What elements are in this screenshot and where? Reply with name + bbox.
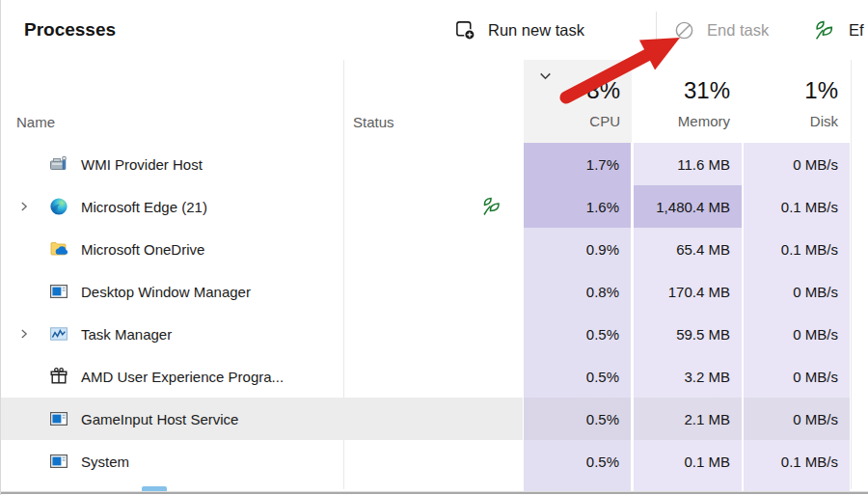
window-icon [49,282,68,301]
end-task-label: End task [707,21,769,40]
cpu-value-cell[interactable]: 0.5% [524,440,631,482]
table-header: Name Status 8% CPU 31% Memory 1% Disk [1,60,868,143]
column-header-status[interactable]: Status [353,114,394,130]
cpu-column-label: CPU [589,113,620,129]
cpu-value-cell[interactable]: 0.9% [524,228,631,270]
table-row[interactable]: System 0.5% 0.1 MB 0.1 MB/s [1,440,868,482]
memory-value-cell[interactable]: 3.2 MB [634,355,742,398]
column-header-cpu[interactable]: 8% CPU [524,60,632,143]
process-name-cell[interactable]: System [1,440,523,482]
table-row[interactable]: Microsoft Edge (21) 1.6% 1,480.4 MB 0.1 … [1,185,868,228]
memory-value-cell[interactable]: 2.1 MB [634,398,742,440]
disk-value-cell[interactable]: 0 MB/s [744,143,850,185]
memory-value-cell[interactable]: 59.5 MB [634,313,742,355]
efficiency-mode-label: Ef [849,21,864,40]
memory-value-cell[interactable]: 11.6 MB [634,143,742,185]
cpu-total-percent: 8% [586,77,620,104]
memory-total-percent: 31% [684,77,730,104]
toolbar-divider [656,12,657,48]
cpu-value-cell[interactable]: 0.5% [524,398,631,440]
process-name: WMI Provider Host [81,156,203,173]
memory-value-cell[interactable]: 170.4 MB [634,270,742,313]
process-name-cell[interactable]: Microsoft Edge (21) [1,185,523,228]
process-name-cell[interactable]: Task Manager [1,313,523,355]
process-name-cell[interactable]: Microsoft OneDrive [1,228,523,270]
end-task-button[interactable]: End task [673,0,769,60]
window-icon [49,409,68,428]
new-task-icon [454,19,476,41]
efficiency-leaf-icon [480,195,504,218]
disk-value-cell[interactable]: 0 MB/s [744,270,850,313]
onedrive-icon [49,239,68,259]
process-name-cell[interactable]: AMD User Experience Progra... [1,355,523,398]
column-header-name[interactable]: Name [16,114,55,130]
run-new-task-label: Run new task [488,21,584,40]
disk-value-cell[interactable]: 0 MB/s [744,398,850,440]
column-header-disk[interactable]: 1% Disk [744,60,850,143]
process-name: AMD User Experience Progra... [81,369,284,385]
table-row[interactable]: Microsoft OneDrive 0.9% 65.4 MB 0.1 MB/s [1,228,868,270]
efficiency-mode-button[interactable]: Ef [813,0,864,60]
leaf-icon [813,18,837,42]
run-new-task-button[interactable]: Run new task [454,0,584,60]
disk-total-percent: 1% [804,77,838,104]
disk-column-label: Disk [810,113,838,129]
memory-value-cell[interactable]: 0.1 MB [634,440,742,482]
page-title: Processes [24,0,116,60]
partial-next-row[interactable] [1,482,868,491]
gift-icon [49,367,68,386]
disk-value-cell[interactable]: 0.1 MB/s [744,228,850,270]
process-name: GameInput Host Service [81,411,238,427]
process-name: Microsoft Edge (21) [81,199,207,215]
disk-value-cell[interactable]: 0.1 MB/s [744,185,850,228]
sort-descending-icon [537,68,554,84]
process-name: Desktop Window Manager [81,284,251,300]
process-name: Task Manager [81,326,172,343]
process-name: System [81,454,129,470]
process-table-body: WMI Provider Host 1.7% 11.6 MB 0 MB/s Mi… [1,143,868,482]
task-manager-icon [49,324,68,344]
table-row[interactable]: Task Manager 0.5% 59.5 MB 0 MB/s [1,313,868,355]
table-row[interactable]: AMD User Experience Progra... 0.5% 3.2 M… [1,355,868,398]
table-row[interactable]: WMI Provider Host 1.7% 11.6 MB 0 MB/s [1,143,868,185]
toolbox-icon [49,154,68,174]
disk-value-cell[interactable]: 0 MB/s [744,355,850,398]
window-bottom-edge [1,492,868,494]
memory-column-label: Memory [678,113,730,129]
window-icon [49,452,68,471]
expand-chevron-icon[interactable] [17,327,31,341]
cpu-value-cell[interactable]: 1.6% [524,185,631,228]
disk-value-cell[interactable]: 0.1 MB/s [744,440,850,482]
process-name-cell[interactable]: Desktop Window Manager [1,270,523,313]
column-header-memory[interactable]: 31% Memory [634,60,742,143]
cpu-value-cell[interactable]: 0.8% [524,270,631,313]
memory-value-cell[interactable]: 1,480.4 MB [634,185,742,228]
cpu-value-cell[interactable]: 1.7% [524,143,631,185]
edge-icon [49,197,68,216]
process-name-cell[interactable]: WMI Provider Host [1,143,523,185]
prohibition-icon [673,19,695,41]
cpu-value-cell[interactable]: 0.5% [524,355,631,398]
disk-value-cell[interactable]: 0 MB/s [744,313,850,355]
expand-chevron-icon[interactable] [17,200,31,213]
process-name-cell[interactable]: GameInput Host Service [1,398,523,440]
memory-value-cell[interactable]: 65.4 MB [634,228,742,270]
cpu-value-cell[interactable]: 0.5% [524,313,631,355]
table-row[interactable]: Desktop Window Manager 0.8% 170.4 MB 0 M… [1,270,868,313]
toolbar: Processes Run new task End task Ef [1,0,868,61]
process-name: Microsoft OneDrive [81,241,204,258]
table-row[interactable]: GameInput Host Service 0.5% 2.1 MB 0 MB/… [1,398,868,440]
